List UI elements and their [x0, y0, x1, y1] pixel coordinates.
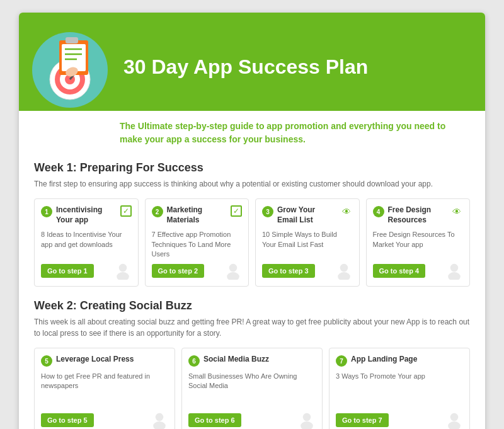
page-wrapper: 30 Day App Success Plan The Ultimate ste…	[19, 13, 485, 429]
go-button-step-7[interactable]: Go to step 7	[336, 413, 389, 427]
card-title-4: Free Design Resources	[388, 205, 449, 225]
card-step-5: 5 Leverage Local Press How to get Free P…	[34, 348, 175, 429]
step-number-4: 4	[373, 206, 384, 217]
card-header-7: 7 App Landing Page	[336, 355, 463, 367]
step-number-1: 1	[41, 206, 52, 217]
card-step-3: 3 Grow Your Email List 👁 10 Simple Ways …	[255, 198, 360, 287]
cards-grid-2: 5 Leverage Local Press How to get Free P…	[34, 348, 470, 429]
svg-point-25	[301, 421, 313, 429]
svg-rect-9	[66, 37, 78, 43]
step-number-3: 3	[262, 206, 273, 217]
week-section-2: Week 2: Creating Social BuzzThis week is…	[34, 299, 470, 429]
card-footer-3: Go to step 3	[262, 262, 353, 280]
go-button-step-6[interactable]: Go to step 6	[188, 413, 241, 427]
card-step-4: 4 Free Design Resources 👁 Free Design Re…	[366, 198, 471, 287]
cards-grid-1: 1 Incentivising Your app ✓ 8 Ideas to In…	[34, 198, 470, 287]
eye-icon-step-4: 👁	[450, 205, 463, 218]
card-footer-6: Go to step 6	[188, 411, 316, 429]
svg-point-23	[153, 421, 166, 429]
svg-point-18	[340, 264, 348, 272]
header-title: 30 Day App Success Plan	[111, 55, 368, 79]
go-button-step-3[interactable]: Go to step 3	[262, 264, 315, 278]
avatar-icon-5	[151, 411, 168, 429]
check-icon-step-2: ✓	[231, 205, 242, 217]
svg-point-19	[338, 272, 350, 280]
avatar-icon-4	[445, 262, 463, 280]
card-description-4: Free Design Resources To Market Your app	[373, 230, 464, 249]
svg-point-20	[450, 264, 459, 272]
svg-point-21	[448, 272, 461, 280]
svg-point-26	[450, 413, 459, 421]
card-description-6: Small Businesses Who Are Owning Social M…	[188, 372, 316, 391]
card-step-7: 7 App Landing Page 3 Ways To Promote You…	[329, 348, 470, 429]
go-button-step-2[interactable]: Go to step 2	[152, 264, 205, 278]
avatar-icon-1	[114, 262, 132, 280]
svg-point-15	[117, 272, 129, 280]
week-title-2: Week 2: Creating Social Buzz	[34, 299, 470, 312]
go-button-step-5[interactable]: Go to step 5	[41, 413, 94, 427]
card-footer-2: Go to step 2	[152, 262, 243, 280]
card-header-6: 6 Social Media Buzz	[188, 355, 316, 367]
step-number-6: 6	[188, 355, 200, 367]
step-number-5: 5	[41, 355, 52, 367]
subtitle-bar: The Ultimate step-by-step guide to app p…	[19, 111, 485, 155]
week-section-1: Week 1: Preparing For SuccessThe first s…	[34, 161, 470, 287]
content: Week 1: Preparing For SuccessThe first s…	[19, 155, 485, 429]
card-title-1: Incentivising Your app	[56, 205, 118, 225]
check-icon-step-1: ✓	[120, 205, 132, 217]
go-button-step-4[interactable]: Go to step 4	[373, 264, 426, 278]
card-footer-1: Go to step 1	[41, 262, 132, 280]
avatar-icon-2	[224, 262, 242, 280]
card-description-5: How to get Free PR and featured in newsp…	[41, 372, 168, 391]
card-description-2: 7 Effective app Promotion Techniques To …	[152, 230, 243, 259]
svg-point-24	[303, 413, 311, 421]
week-title-1: Week 1: Preparing For Success	[34, 161, 470, 174]
card-title-5: Leverage Local Press	[56, 355, 168, 365]
avatar-icon-3	[335, 262, 353, 280]
avatar-icon-6	[298, 411, 316, 429]
avatar-icon-7	[445, 411, 463, 429]
card-footer-5: Go to step 5	[41, 411, 168, 429]
card-header-3: 3 Grow Your Email List 👁	[262, 205, 353, 225]
card-title-7: App Landing Page	[351, 355, 463, 365]
eye-icon-step-3: 👁	[340, 205, 353, 218]
card-title-3: Grow Your Email List	[277, 205, 338, 225]
week-description-1: The first step to ensuring app success i…	[34, 178, 470, 190]
step-number-2: 2	[152, 206, 163, 217]
step-number-7: 7	[336, 355, 347, 367]
card-step-6: 6 Social Media Buzz Small Businesses Who…	[181, 348, 323, 429]
card-description-7: 3 Ways To Promote Your app	[336, 372, 463, 381]
card-header-2: 2 Marketing Materials ✓	[152, 205, 243, 225]
subtitle-text: The Ultimate step-by-step guide to app p…	[120, 120, 470, 146]
week-description-2: This week is all about creating social b…	[34, 316, 470, 339]
card-description-1: 8 Ideas to Incentivise Your app and get …	[41, 230, 132, 249]
card-footer-7: Go to step 7	[336, 411, 463, 429]
card-header-5: 5 Leverage Local Press	[41, 355, 168, 367]
card-title-2: Marketing Materials	[167, 205, 229, 225]
go-button-step-1[interactable]: Go to step 1	[41, 264, 94, 278]
svg-rect-8	[62, 44, 86, 71]
card-step-1: 1 Incentivising Your app ✓ 8 Ideas to In…	[34, 198, 139, 287]
card-title-6: Social Media Buzz	[203, 355, 316, 365]
card-description-3: 10 Simple Ways to Build Your Email List …	[262, 230, 353, 249]
header: 30 Day App Success Plan	[19, 13, 485, 111]
svg-point-16	[229, 264, 238, 272]
card-step-2: 2 Marketing Materials ✓ 7 Effective app …	[145, 198, 249, 287]
header-icon	[29, 29, 111, 111]
svg-point-27	[448, 421, 461, 429]
svg-point-22	[156, 413, 164, 421]
card-header-4: 4 Free Design Resources 👁	[373, 205, 464, 225]
card-footer-4: Go to step 4	[373, 262, 464, 280]
svg-point-14	[118, 264, 127, 272]
svg-point-17	[227, 272, 239, 280]
card-header-1: 1 Incentivising Your app ✓	[41, 205, 132, 225]
